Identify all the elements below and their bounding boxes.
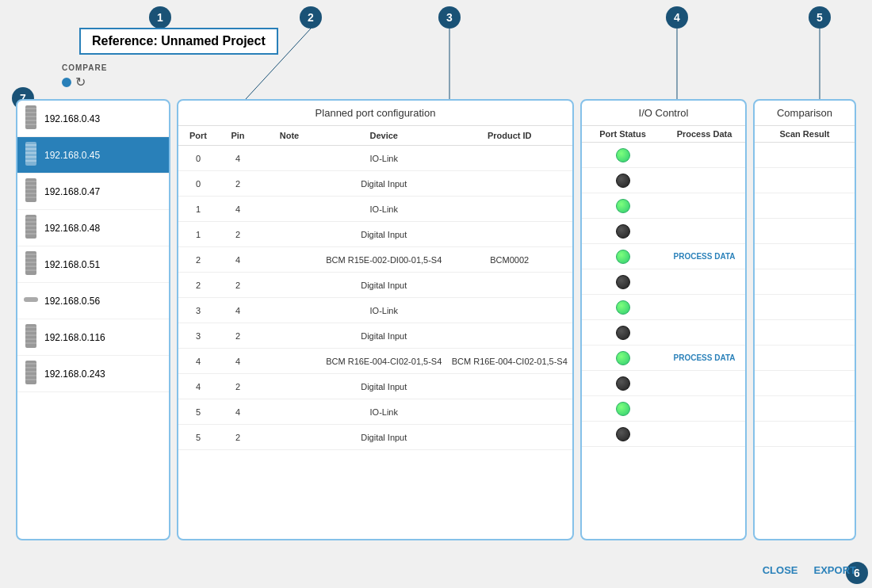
device-icon <box>24 324 38 350</box>
port-row-productId <box>447 410 573 414</box>
io-row <box>582 219 745 244</box>
port-row-port: 1 <box>178 228 218 241</box>
device-icon <box>24 105 38 132</box>
device-icon <box>24 142 38 168</box>
io-status-cell <box>582 275 664 289</box>
refresh-icon[interactable]: ↻ <box>75 74 86 90</box>
port-row-note <box>258 360 321 363</box>
close-button[interactable]: CLOSE <box>763 564 798 576</box>
port-row-productId <box>447 309 573 312</box>
io-row <box>582 371 745 396</box>
port-row-pin: 4 <box>218 203 258 216</box>
col-product-id: Product ID <box>447 129 573 142</box>
comparison-row <box>755 168 855 193</box>
io-row <box>582 295 745 320</box>
table-row: 14IO-Link <box>178 197 572 222</box>
step-badge-1: 1 <box>149 6 171 29</box>
step-badge-3: 3 <box>438 6 461 29</box>
port-row-productId: BCM R16E-004-CI02-01,5-S4 <box>447 355 573 368</box>
io-row <box>582 143 745 168</box>
port-row-note <box>258 208 321 211</box>
port-row-productId: BCM0002 <box>447 254 573 266</box>
table-row: 02Digital Input <box>178 171 572 197</box>
port-row-note <box>258 436 321 439</box>
bottom-bar: CLOSE EXPORT <box>763 564 856 576</box>
device-item[interactable]: 192.168.0.47 <box>17 174 169 210</box>
device-ip-label: 192.168.0.243 <box>44 368 105 380</box>
comparison-row <box>755 269 855 295</box>
io-row <box>582 193 745 219</box>
export-button[interactable]: EXPORT <box>814 564 856 576</box>
device-ip-label: 192.168.0.43 <box>44 113 100 124</box>
port-row-note <box>258 309 321 312</box>
io-process-cell[interactable]: PROCESS DATA <box>664 252 745 261</box>
io-status-cell <box>582 199 664 213</box>
port-config-header: Planned port configuration <box>178 101 572 126</box>
port-row-note <box>258 157 321 160</box>
io-status-cell <box>582 174 664 188</box>
port-row-pin: 4 <box>218 304 258 317</box>
port-row-pin: 4 <box>218 254 258 266</box>
comparison-row <box>755 143 855 168</box>
table-row: 34IO-Link <box>178 298 572 323</box>
port-row-device: Digital Input <box>321 228 447 241</box>
device-item[interactable]: 192.168.0.116 <box>17 319 169 356</box>
reference-box: Reference: Unnamed Project <box>79 28 278 55</box>
comparison-panel: Comparison Scan Result <box>753 99 856 540</box>
io-row <box>582 422 745 447</box>
port-row-pin: 4 <box>218 355 258 368</box>
status-dot <box>616 174 630 188</box>
device-icon <box>24 178 38 204</box>
status-dot <box>616 148 630 162</box>
io-row <box>582 320 745 346</box>
col-port-status: Port Status <box>582 126 664 142</box>
device-item[interactable]: 192.168.0.56 <box>17 283 169 319</box>
port-row-device: Digital Input <box>321 380 447 393</box>
port-row-device: Digital Input <box>321 431 447 444</box>
port-row-device: Digital Input <box>321 330 447 342</box>
port-row-pin: 2 <box>218 431 258 444</box>
table-row: 54IO-Link <box>178 399 572 425</box>
comparison-row <box>755 371 855 396</box>
port-row-pin: 4 <box>218 406 258 418</box>
port-row-note <box>258 334 321 338</box>
port-row-note <box>258 410 321 414</box>
device-item[interactable]: 192.168.0.43 <box>17 101 169 137</box>
port-row-device: IO-Link <box>321 304 447 317</box>
compare-radio[interactable] <box>62 78 71 87</box>
port-row-note <box>258 284 321 287</box>
port-row-note <box>258 258 321 262</box>
io-row: PROCESS DATA <box>582 346 745 371</box>
io-status-cell <box>582 376 664 391</box>
device-icon <box>24 288 38 314</box>
io-row <box>582 269 745 295</box>
table-row: 24BCM R15E-002-DI00-01,5-S4BCM0002 <box>178 247 572 273</box>
io-control-header: I/O Control <box>582 101 745 126</box>
device-icon <box>24 251 38 277</box>
port-row-pin: 2 <box>218 330 258 342</box>
port-row-pin: 2 <box>218 380 258 393</box>
io-process-cell[interactable]: PROCESS DATA <box>664 353 745 362</box>
port-row-device: IO-Link <box>321 406 447 418</box>
port-row-port: 4 <box>178 355 218 368</box>
device-item[interactable]: 192.168.0.48 <box>17 210 169 246</box>
port-row-device: IO-Link <box>321 152 447 165</box>
device-item[interactable]: 192.168.0.243 <box>17 356 169 392</box>
col-port: Port <box>178 129 218 142</box>
port-row-pin: 2 <box>218 228 258 241</box>
comparison-row <box>755 422 855 447</box>
compare-section: COMPARE ↻ <box>62 63 107 90</box>
io-row <box>582 396 745 422</box>
port-row-device: BCM R15E-002-DI00-01,5-S4 <box>321 254 447 266</box>
device-ip-label: 192.168.0.116 <box>44 332 105 343</box>
io-control-panel: I/O Control Port Status Process Data PRO… <box>580 99 747 540</box>
table-row: 04IO-Link <box>178 146 572 171</box>
io-status-cell <box>582 402 664 416</box>
device-item[interactable]: 192.168.0.51 <box>17 246 169 283</box>
comparison-subheader: Scan Result <box>755 126 855 143</box>
port-row-port: 2 <box>178 254 218 266</box>
status-dot <box>616 300 630 315</box>
col-process-data: Process Data <box>664 126 745 142</box>
comparison-row <box>755 320 855 346</box>
device-item[interactable]: 192.168.0.45 <box>17 137 169 174</box>
